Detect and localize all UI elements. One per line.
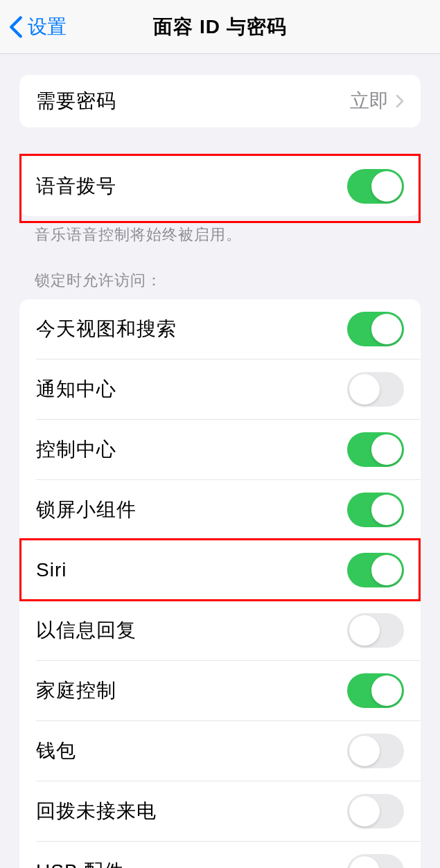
lock-access-item-label: 钱包 bbox=[36, 738, 76, 764]
lock-access-row[interactable]: 以信息回复 bbox=[36, 600, 421, 660]
lock-access-row[interactable]: 回拨未接来电 bbox=[36, 781, 421, 841]
lock-access-row[interactable]: 家庭控制 bbox=[36, 660, 421, 720]
lock-access-toggle[interactable] bbox=[347, 493, 404, 527]
require-passcode-group: 需要密码 立即 bbox=[19, 75, 421, 127]
back-label: 设置 bbox=[28, 14, 67, 40]
page-title: 面容 ID 与密码 bbox=[153, 14, 287, 40]
lock-access-row[interactable]: 钱包 bbox=[36, 720, 421, 781]
lock-access-item-label: 家庭控制 bbox=[36, 677, 116, 704]
lock-access-toggle[interactable] bbox=[347, 553, 404, 587]
lock-access-item-label: 通知中心 bbox=[36, 376, 116, 402]
voice-dial-toggle[interactable] bbox=[347, 169, 404, 204]
voice-dial-group: 语音拨号 bbox=[19, 157, 421, 216]
lock-access-row[interactable]: USB 配件 bbox=[36, 841, 421, 868]
lock-access-item-label: 以信息回复 bbox=[36, 617, 137, 644]
lock-access-row[interactable]: 今天视图和搜索 bbox=[19, 299, 421, 359]
require-passcode-row[interactable]: 需要密码 立即 bbox=[19, 75, 421, 127]
lock-access-toggle[interactable] bbox=[347, 312, 404, 346]
lock-access-row[interactable]: 通知中心 bbox=[36, 359, 421, 419]
lock-access-header: 锁定时允许访问： bbox=[7, 245, 433, 299]
require-passcode-value: 立即 bbox=[350, 88, 404, 114]
lock-access-toggle[interactable] bbox=[347, 673, 404, 708]
lock-access-item-label: 锁屏小组件 bbox=[36, 497, 137, 523]
chevron-right-icon bbox=[396, 94, 404, 108]
lock-access-toggle[interactable] bbox=[347, 734, 404, 768]
navigation-bar: 设置 面容 ID 与密码 bbox=[0, 0, 440, 54]
lock-access-row[interactable]: 锁屏小组件 bbox=[36, 479, 421, 540]
back-button[interactable]: 设置 bbox=[0, 14, 67, 40]
lock-access-toggle[interactable] bbox=[347, 372, 404, 407]
lock-access-toggle[interactable] bbox=[347, 432, 404, 467]
lock-access-item-label: Siri bbox=[36, 559, 67, 581]
lock-access-group: 今天视图和搜索通知中心控制中心锁屏小组件Siri以信息回复家庭控制钱包回拨未接来… bbox=[19, 299, 421, 868]
chevron-left-icon bbox=[8, 15, 24, 39]
lock-access-item-label: 控制中心 bbox=[36, 436, 116, 463]
lock-access-item-label: USB 配件 bbox=[36, 858, 124, 868]
lock-access-item-label: 回拨未接来电 bbox=[36, 798, 157, 824]
lock-access-row[interactable]: 控制中心 bbox=[36, 419, 421, 479]
lock-access-toggle[interactable] bbox=[347, 794, 404, 829]
voice-dial-footer: 音乐语音控制将始终被启用。 bbox=[7, 216, 433, 245]
require-passcode-label: 需要密码 bbox=[36, 88, 116, 114]
voice-dial-row[interactable]: 语音拨号 bbox=[19, 157, 421, 216]
voice-dial-label: 语音拨号 bbox=[36, 173, 116, 200]
lock-access-row[interactable]: Siri bbox=[36, 540, 421, 600]
lock-access-item-label: 今天视图和搜索 bbox=[36, 316, 177, 342]
lock-access-toggle[interactable] bbox=[347, 854, 404, 868]
lock-access-toggle[interactable] bbox=[347, 613, 404, 648]
